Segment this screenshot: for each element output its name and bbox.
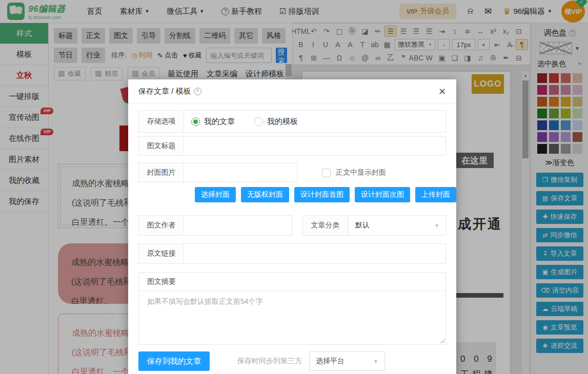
cover-button-2[interactable]: 设计封面首图: [294, 187, 350, 202]
cover-image-label: 封面图片: [139, 163, 184, 182]
checkbox-icon: [322, 169, 331, 177]
cover-button-4[interactable]: 上传封面: [415, 187, 456, 202]
category-label: 文章分类: [303, 216, 348, 235]
save-to-my-articles-button[interactable]: 保存到我的文章: [138, 351, 210, 371]
article-title-label: 图文标题: [139, 137, 184, 155]
modal-title: 保存文章 / 模板: [138, 87, 191, 96]
cover-button-3[interactable]: 设计封面次图: [355, 187, 410, 202]
category-value: 默认: [355, 221, 370, 230]
radio-my-templates[interactable]: 我的模板: [254, 117, 298, 127]
chevron-down-icon: ▼: [434, 223, 439, 228]
radio-my-articles[interactable]: 我的文章: [191, 117, 235, 127]
article-title-input[interactable]: [191, 137, 445, 155]
author-label: 图文作者: [139, 216, 184, 235]
source-link-input[interactable]: [191, 244, 445, 263]
cover-button-1[interactable]: 无版权封面: [241, 187, 289, 202]
cover-image-input[interactable]: [191, 163, 297, 182]
summary-label: 图文摘要: [139, 273, 445, 291]
close-icon[interactable]: ✕: [438, 86, 446, 97]
summary-textarea[interactable]: [139, 291, 445, 344]
author-input[interactable]: [191, 216, 292, 235]
category-select[interactable]: 文章分类 默认 ▼: [302, 215, 446, 236]
storage-option-label: 存储选项: [139, 111, 184, 132]
source-link-label: 原文链接: [139, 244, 184, 263]
show-cover-checkbox[interactable]: 正文中显示封面: [322, 168, 386, 177]
save-article-modal: 保存文章 / 模板 ? ✕ 存储选项 我的文章 我的模板 图文标题 封面图片 正…: [128, 79, 456, 374]
platform-select[interactable]: 选择平台 ▼: [309, 351, 385, 371]
radio-icon: [254, 117, 263, 126]
sync-third-party-label: 保存时同步到第三方: [237, 357, 302, 366]
radio-icon: [191, 117, 200, 126]
chevron-down-icon: ▼: [373, 359, 378, 364]
help-icon[interactable]: ?: [194, 88, 201, 95]
cover-button-0[interactable]: 选择封面: [195, 187, 236, 202]
